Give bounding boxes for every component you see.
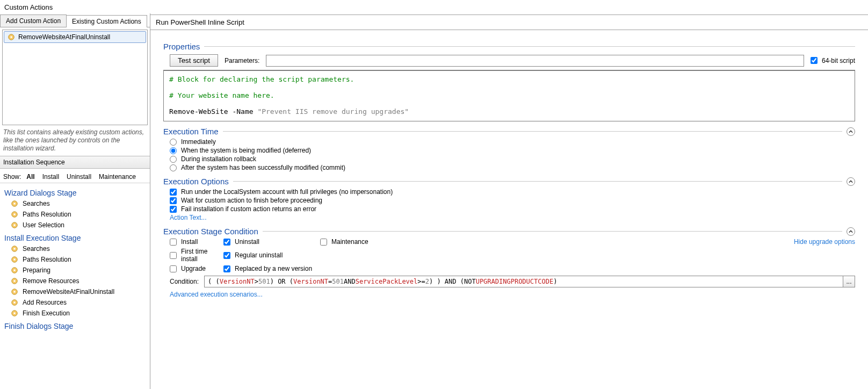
stage-install-execution[interactable]: Install Execution Stage [0, 230, 150, 243]
list-item-label: Searches [23, 245, 50, 253]
stage-wizard-dialogs[interactable]: Wizard Dialogs Stage [0, 185, 150, 198]
hide-upgrade-options-link[interactable]: Hide upgrade options [794, 238, 855, 246]
list-item[interactable]: Add Resources [0, 297, 150, 308]
script-string: "Prevent IIS remove during upgrades" [257, 107, 409, 116]
chk-install-label: Install [181, 238, 198, 246]
section-properties-label: Properties [163, 42, 200, 51]
list-item[interactable]: User Selection [0, 220, 150, 230]
list-item[interactable]: Finish Execution [0, 308, 150, 319]
radio-deferred[interactable] [170, 147, 177, 154]
radio-commit[interactable] [170, 164, 177, 171]
svg-point-9 [13, 248, 16, 250]
filter-install[interactable]: Install [42, 173, 59, 181]
list-item[interactable]: RemoveWebsiteAtFinalUninstall [4, 31, 146, 43]
condition-input[interactable]: ( (VersionNT > 501) OR (VersionNT = 501 … [205, 276, 843, 287]
installation-sequence-header: Installation Sequence [0, 156, 150, 169]
chk-upgrade-label: Upgrade [181, 265, 206, 272]
svg-point-17 [13, 291, 16, 293]
gear-icon [11, 221, 18, 229]
chk-local-system[interactable] [170, 189, 177, 196]
list-item-label: Paths Resolution [23, 211, 71, 218]
gear-icon [11, 299, 18, 306]
left-tabs: Add Custom Action Existing Custom Action… [0, 15, 150, 27]
page-title: Custom Actions [0, 0, 868, 13]
list-item-label: Searches [23, 200, 50, 207]
parameters-input[interactable] [266, 55, 804, 67]
chk-uninstall-label: Uninstall [235, 238, 259, 246]
chk-regular-uninstall-label: Regular uninstall [235, 251, 283, 259]
test-script-button[interactable]: Test script [170, 54, 218, 67]
script-comment-2: # Your website name here. [169, 91, 274, 99]
bit64-checkbox[interactable] [811, 57, 818, 64]
chk-maintenance-label: Maintenance [331, 238, 368, 246]
list-item[interactable]: Remove Resources [0, 276, 150, 286]
bit64-label: 64-bit script [822, 57, 855, 64]
chk-fail-label: Fail installation if custom action retur… [181, 205, 316, 213]
collapse-execution-options[interactable] [847, 177, 855, 186]
section-execution-time-label: Execution Time [163, 127, 219, 136]
list-item[interactable]: Paths Resolution [0, 209, 150, 220]
list-item-label: RemoveWebsiteAtFinalUninstall [23, 288, 114, 296]
radio-immediately-label: Immediately [181, 138, 216, 146]
list-item[interactable]: Searches [0, 243, 150, 254]
custom-action-listbox[interactable]: RemoveWebsiteAtFinalUninstall [2, 30, 148, 125]
collapse-stage-condition[interactable] [847, 227, 855, 236]
chk-first-time-install[interactable] [170, 252, 177, 259]
tab-existing-custom-actions[interactable]: Existing Custom Actions [66, 15, 147, 27]
action-text-link[interactable]: Action Text... [170, 214, 206, 221]
detail-header: Run PowerShell Inline Script [150, 15, 868, 30]
chk-regular-uninstall[interactable] [223, 252, 230, 259]
list-item-label: Add Resources [23, 299, 67, 306]
list-item-label: Remove Resources [23, 277, 79, 285]
advanced-scenarios-link[interactable]: Advanced execution scenarios... [170, 291, 263, 298]
filter-all[interactable]: All [26, 173, 34, 181]
tab-add-custom-action[interactable]: Add Custom Action [0, 15, 67, 27]
gear-icon [11, 288, 18, 296]
chk-upgrade[interactable] [170, 265, 177, 272]
show-label: Show: [3, 173, 21, 181]
stage-finish-dialogs[interactable]: Finish Dialogs Stage [0, 319, 150, 332]
chk-install[interactable] [170, 239, 177, 246]
gear-icon [11, 277, 18, 285]
gear-icon [11, 266, 18, 274]
custom-action-hint: This list contains already existing cust… [0, 127, 150, 156]
list-item[interactable]: Searches [0, 198, 150, 209]
radio-deferred-label: When the system is being modified (defer… [181, 147, 311, 154]
gear-icon [11, 211, 18, 218]
radio-immediately[interactable] [170, 139, 177, 146]
list-item[interactable]: Preparing [0, 265, 150, 276]
collapse-execution-time[interactable] [847, 127, 855, 136]
svg-point-3 [13, 203, 16, 205]
section-properties: Properties [163, 42, 855, 51]
chk-replaced[interactable] [223, 265, 230, 272]
condition-browse-button[interactable]: ... [843, 276, 855, 287]
parameters-label: Parameters: [225, 57, 259, 64]
chk-first-time-install-label: First time install [181, 248, 223, 263]
gear-icon [11, 309, 18, 317]
chk-wait[interactable] [170, 197, 177, 204]
chk-uninstall[interactable] [223, 239, 230, 246]
gear-icon [11, 200, 18, 207]
sequence-tree[interactable]: Wizard Dialogs Stage SearchesPaths Resol… [0, 183, 150, 389]
section-execution-options: Execution Options [163, 177, 855, 186]
left-panel: Add Custom Action Existing Custom Action… [0, 13, 150, 389]
script-comment-1: # Block for declaring the script paramet… [169, 75, 354, 83]
list-item-label: User Selection [23, 221, 64, 229]
script-command: Remove-WebSite -Name [169, 107, 257, 116]
filter-uninstall[interactable]: Uninstall [67, 173, 91, 181]
radio-rollback-label: During installation rollback [181, 155, 256, 163]
chk-fail[interactable] [170, 206, 177, 213]
section-stage-condition: Execution Stage Condition [163, 227, 855, 236]
svg-point-19 [13, 301, 16, 304]
svg-point-11 [13, 258, 16, 261]
custom-action-list: RemoveWebsiteAtFinalUninstall [0, 27, 150, 127]
radio-rollback[interactable] [170, 156, 177, 163]
list-item[interactable]: RemoveWebsiteAtFinalUninstall [0, 286, 150, 297]
gear-icon [8, 33, 15, 41]
condition-label: Condition: [170, 278, 199, 285]
list-item[interactable]: Paths Resolution [0, 254, 150, 265]
section-execution-time: Execution Time [163, 127, 855, 136]
chk-maintenance[interactable] [320, 239, 327, 246]
script-editor[interactable]: # Block for declaring the script paramet… [163, 70, 855, 121]
filter-maintenance[interactable]: Maintenance [99, 173, 136, 181]
